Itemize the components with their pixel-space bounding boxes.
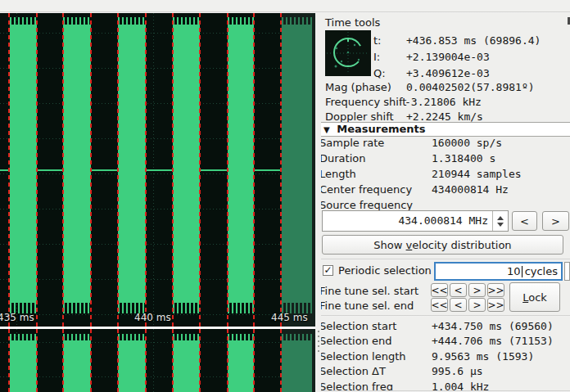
i-label: I: [373, 50, 380, 65]
period-divider-line [172, 13, 174, 327]
constellation-icon [325, 30, 371, 76]
period-divider-line [199, 13, 201, 327]
period-divider-line [117, 329, 119, 392]
time-tools-panel: Time tools t: +436.853 ms (69896.4) I: +… [321, 13, 570, 392]
collapse-icon: ▼ [323, 125, 330, 134]
signal-burst [228, 340, 254, 392]
i-value: +2.139004e-03 [406, 50, 490, 65]
splitter-handle[interactable] [318, 331, 319, 352]
period-divider-line [117, 13, 119, 327]
signal-burst-cap [173, 334, 200, 340]
center-frequency-label: Center frequency [321, 182, 412, 197]
separator [321, 259, 570, 260]
period-divider-line [90, 13, 92, 327]
app-window: 435 ms 440 ms 445 ms Time tools [0, 0, 570, 392]
spinner-buttons[interactable] [492, 211, 508, 231]
sample-rate-value: 160000 sp/s [432, 136, 502, 151]
periodic-selection-checkbox[interactable]: ✓ [323, 265, 333, 276]
signal-burst-cap [282, 334, 312, 340]
cycles-spinner-clipped[interactable] [564, 262, 570, 281]
period-divider-line [145, 329, 147, 392]
selection-length-label: Selection length [321, 349, 405, 364]
period-divider-line [227, 13, 228, 327]
mag-phase-label: Mag (phase) [325, 80, 391, 95]
fine-tune-end-label: Fine tune sel. end [321, 299, 414, 313]
lock-button[interactable]: Lock [509, 282, 560, 312]
v-gridline [153, 329, 154, 392]
show-velocity-label: Show velocity distribution [373, 239, 511, 251]
spin-down-icon[interactable] [497, 223, 504, 227]
fine-start-step-back-fast-button[interactable]: << [431, 283, 448, 297]
prev-frequency-button[interactable]: < [512, 211, 537, 231]
frequency-shift-label: Frequency shift [325, 95, 406, 110]
signal-burst-cap [282, 17, 312, 25]
frequency-shift-value: -3.21806 kHz [405, 95, 482, 110]
selection-end-label: Selection end [321, 334, 392, 349]
spin-up-icon[interactable] [497, 216, 504, 220]
duration-value: 1.318400 s [432, 151, 495, 166]
show-velocity-distribution-button[interactable]: Show velocity distribution [322, 235, 563, 255]
frequency-spinbox[interactable]: 434.000814 MHz [322, 210, 509, 232]
h-gridline [0, 103, 315, 104]
period-divider-line [253, 329, 255, 392]
waveform-lower[interactable] [0, 329, 315, 392]
text-cursor [522, 266, 522, 277]
signal-burst [173, 25, 200, 303]
duration-label: Duration [321, 151, 365, 166]
q-value: +3.409612e-03 [406, 66, 490, 81]
period-divider-line [280, 329, 282, 392]
fine-start-step-forward-button[interactable]: > [468, 283, 486, 297]
h-gridline [0, 138, 315, 139]
time-tick-label: 445 ms [271, 312, 308, 323]
mag-phase-value: 0.00402502(57.8981º) [406, 80, 535, 95]
fine-end-step-forward-button[interactable]: > [468, 298, 486, 312]
period-divider-line [253, 13, 255, 327]
signal-burst-cap [63, 17, 91, 25]
signal-burst-cap [228, 17, 254, 25]
h-gridline [0, 279, 315, 280]
cycles-value: 10 [507, 265, 521, 277]
period-divider-line [90, 329, 92, 392]
next-frequency-button[interactable]: > [542, 211, 569, 231]
period-divider-line [62, 329, 64, 392]
h-gridline [0, 209, 315, 210]
signal-burst-cap [63, 334, 91, 340]
fine-start-step-forward-fast-button[interactable]: >> [487, 283, 504, 297]
periodic-selection-label: Periodic selection [338, 264, 432, 278]
signal-burst-tail [228, 303, 254, 313]
fine-end-step-back-button[interactable]: < [450, 298, 467, 312]
fine-start-step-back-button[interactable]: < [450, 283, 467, 297]
h-gridline [0, 68, 315, 69]
fine-end-step-back-fast-button[interactable]: << [431, 298, 448, 312]
selection-delta-t-value: 995.6 µs [432, 364, 483, 379]
length-label: Length [321, 167, 356, 182]
frequency-spinbox-value[interactable]: 434.000814 MHz [398, 214, 488, 228]
signal-burst-cap [118, 17, 146, 25]
period-divider-line [199, 329, 201, 392]
fine-end-step-forward-fast-button[interactable]: >> [487, 298, 504, 312]
selection-delta-t-label: Selection ΔT [321, 364, 386, 379]
center-frequency-value: 434000814 Hz [432, 182, 509, 197]
period-divider-line [145, 13, 147, 327]
q-label: Q: [373, 66, 386, 81]
h-gridline [0, 342, 315, 343]
signal-burst-cap [228, 334, 254, 340]
signal-burst-cap [10, 17, 37, 25]
period-divider-line [36, 13, 38, 327]
period-divider-line [8, 329, 10, 392]
length-value: 210944 samples [432, 167, 522, 182]
fine-tune-start-label: Fine tune sel. start [321, 284, 418, 299]
top-strip [0, 0, 570, 11]
waveform-upper[interactable]: 435 ms 440 ms 445 ms [0, 13, 315, 327]
h-gridline [0, 173, 315, 174]
h-gridline [0, 376, 315, 377]
time-tick-label: 440 ms [134, 312, 171, 323]
separator [321, 315, 570, 317]
cycles-input[interactable]: 10cycles [434, 262, 563, 281]
signal-burst-tail [63, 303, 91, 313]
signal-burst [63, 25, 91, 303]
period-divider-line [280, 13, 282, 327]
period-divider-line [172, 329, 174, 392]
time-tick-label: 435 ms [0, 312, 34, 323]
measurements-section-header[interactable]: ▼ Measurements [321, 122, 570, 137]
